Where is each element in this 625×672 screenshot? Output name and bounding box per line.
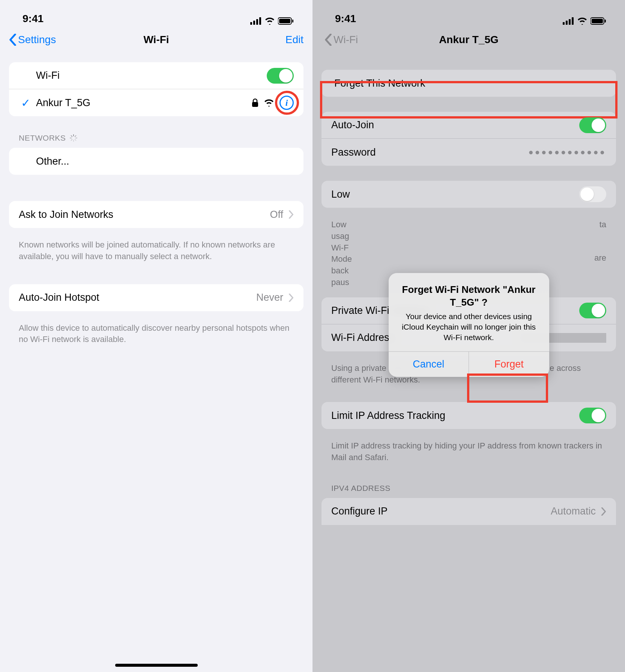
svg-rect-17 [566, 21, 568, 25]
battery-icon [278, 17, 294, 25]
cellular-icon [563, 17, 574, 25]
low-data-switch[interactable] [579, 186, 606, 202]
info-icon[interactable]: i [279, 96, 294, 110]
nav-title: Ankur T_5G [439, 34, 499, 46]
alert-title: Forget Wi-Fi Network "Ankur T_5G" ? [398, 284, 540, 309]
checkmark-icon: ✓ [20, 96, 31, 110]
back-label: Settings [18, 34, 56, 46]
ipv4-card: Configure IP Automatic [322, 498, 616, 525]
svg-line-13 [75, 140, 76, 141]
svg-rect-18 [569, 19, 571, 25]
wifi-label: Wi-Fi [36, 70, 267, 81]
ask-join-card: Ask to Join Networks Off [9, 201, 303, 228]
wifi-toggle-card: Wi-Fi ✓ Ankur T_5G i [9, 62, 303, 116]
password-row[interactable]: Password ●●●●●●●●●●●● [322, 139, 616, 166]
alert-message: Your device and other devices using iClo… [398, 311, 540, 343]
wifi-toggle-row: Wi-Fi [9, 62, 303, 89]
password-label: Password [331, 147, 529, 158]
low-data-label: Low [331, 189, 579, 200]
back-to-settings[interactable]: Settings [9, 34, 56, 46]
other-network-row[interactable]: Other... [9, 148, 303, 175]
back-to-wifi[interactable]: Wi-Fi [325, 34, 358, 46]
chevron-back-icon [325, 34, 332, 46]
forget-alert: Forget Wi-Fi Network "Ankur T_5G" ? Your… [389, 273, 549, 377]
configure-ip-label: Configure IP [331, 506, 551, 517]
wifi-switch[interactable] [267, 68, 294, 84]
svg-rect-7 [252, 102, 258, 107]
alert-forget-button[interactable]: Forget [469, 352, 549, 377]
ask-join-row[interactable]: Ask to Join Networks Off [9, 201, 303, 228]
edit-button[interactable]: Edit [285, 34, 303, 46]
svg-rect-16 [563, 22, 565, 25]
status-icons [250, 17, 294, 25]
wifi-icon [577, 17, 587, 25]
svg-rect-22 [605, 20, 606, 22]
status-time: 9:41 [335, 13, 356, 25]
svg-rect-5 [279, 19, 290, 23]
home-indicator[interactable] [115, 664, 198, 667]
configure-ip-value: Automatic [551, 506, 596, 517]
limit-ip-row: Limit IP Address Tracking [322, 402, 616, 429]
forget-label: Forget This Network [334, 78, 425, 89]
alert-cancel-button[interactable]: Cancel [389, 352, 469, 377]
spinner-icon [69, 134, 78, 142]
ask-join-value: Off [270, 209, 283, 220]
svg-rect-6 [292, 20, 293, 22]
ask-join-footer: Known networks will be joined automatica… [0, 236, 312, 268]
connected-network-name: Ankur T_5G [36, 97, 252, 109]
auto-hotspot-card: Auto-Join Hotspot Never [9, 284, 303, 311]
auto-hotspot-row[interactable]: Auto-Join Hotspot Never [9, 284, 303, 311]
low-data-row: Low [322, 181, 616, 208]
network-detail-screen: 9:41 Wi-Fi Ankur T_5G Forget This Networ… [312, 0, 625, 672]
lowdata-card: Low [322, 181, 616, 208]
chevron-right-icon [601, 507, 606, 516]
limit-ip-card: Limit IP Address Tracking [322, 402, 616, 429]
auto-join-label: Auto-Join [331, 119, 579, 131]
svg-line-14 [71, 140, 72, 141]
ask-join-label: Ask to Join Networks [19, 209, 270, 220]
private-address-switch[interactable] [579, 303, 606, 318]
chevron-right-icon [288, 210, 294, 219]
svg-rect-1 [253, 21, 255, 25]
ipv4-header: IPV4 ADDRESS [312, 469, 625, 496]
svg-line-15 [75, 136, 76, 137]
limit-ip-label: Limit IP Address Tracking [331, 410, 579, 422]
chevron-right-icon [288, 294, 294, 302]
limit-ip-footer: Limit IP address tracking by hiding your… [312, 436, 625, 469]
wifi-icon [264, 17, 275, 25]
svg-rect-19 [572, 17, 574, 25]
svg-line-12 [71, 136, 72, 137]
back-label: Wi-Fi [334, 34, 358, 46]
cellular-icon [250, 17, 261, 25]
auto-hotspot-label: Auto-Join Hotspot [19, 292, 256, 303]
limit-ip-switch[interactable] [579, 408, 606, 423]
auto-hotspot-footer: Allow this device to automatically disco… [0, 319, 312, 351]
lock-icon [252, 98, 258, 107]
svg-rect-2 [256, 19, 258, 25]
battery-icon [590, 17, 606, 25]
nav-bar: Settings Wi-Fi Edit [0, 26, 312, 55]
svg-rect-3 [259, 17, 261, 25]
status-icons [563, 17, 606, 25]
auto-hotspot-value: Never [256, 292, 283, 303]
svg-rect-21 [592, 19, 603, 23]
configure-ip-row[interactable]: Configure IP Automatic [322, 498, 616, 525]
svg-rect-0 [250, 22, 252, 25]
chevron-back-icon [9, 34, 17, 46]
forget-card: Forget This Network [322, 70, 616, 97]
nav-title: Wi-Fi [143, 34, 169, 46]
connected-network-row[interactable]: ✓ Ankur T_5G i [9, 89, 303, 116]
auto-join-row: Auto-Join [322, 112, 616, 139]
other-label: Other... [36, 156, 294, 167]
auto-join-switch[interactable] [579, 117, 606, 133]
password-value: ●●●●●●●●●●●● [529, 147, 606, 157]
forget-network-row[interactable]: Forget This Network [322, 70, 616, 97]
status-bar: 9:41 [312, 0, 625, 26]
status-bar: 9:41 [0, 0, 312, 26]
autojoin-card: Auto-Join Password ●●●●●●●●●●●● [322, 112, 616, 166]
wifi-signal-icon [264, 99, 274, 106]
other-networks-card: Other... [9, 148, 303, 175]
wifi-settings-screen: 9:41 Settings Wi-Fi Edit Wi-Fi ✓ Ankur T… [0, 0, 312, 672]
status-time: 9:41 [23, 13, 44, 25]
networks-header: NETWORKS [0, 124, 312, 146]
